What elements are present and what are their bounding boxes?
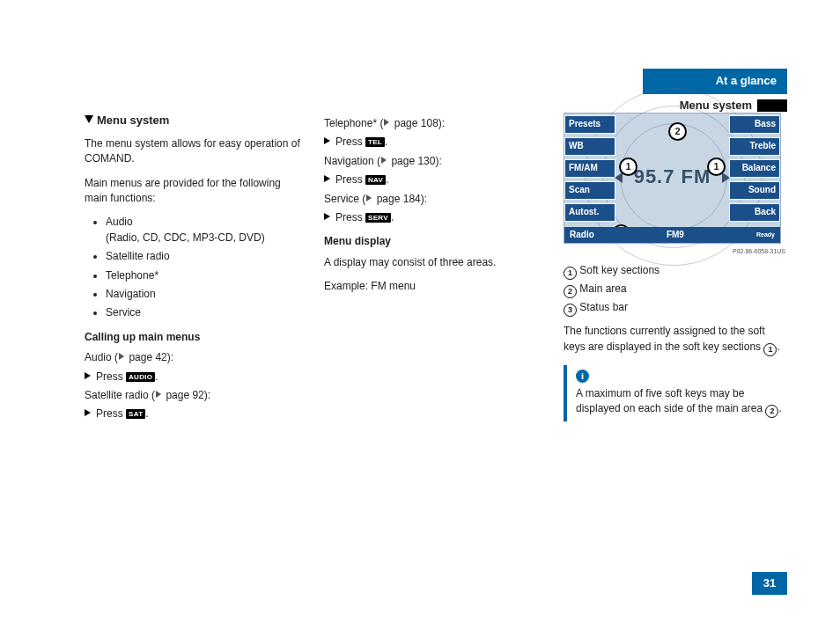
info-box: i A maximum of five soft keys may be dis… (564, 365, 785, 421)
bullet-icon (324, 175, 330, 182)
call-line: Telephone* ( page 108): (324, 116, 541, 131)
column-2: Telephone* ( page 108): Press TEL. Navig… (324, 113, 541, 426)
softkey-wb: WB (564, 137, 615, 156)
page-number: 31 (752, 572, 787, 595)
menu-display-text: A display may consist of three areas. (324, 255, 541, 270)
section-title-text: Menu system (97, 114, 169, 127)
call-line: Navigation ( page 130): (324, 154, 541, 169)
keycap-sat: SAT (126, 409, 145, 419)
bullet-icon (85, 372, 91, 379)
list-item: Navigation (106, 287, 301, 302)
bullet-icon (324, 137, 330, 144)
status-left: Radio (570, 229, 594, 242)
subheading-menu-display: Menu display (324, 234, 541, 249)
pageref-icon (381, 157, 387, 164)
keycap-serv: SERV (365, 213, 391, 223)
down-triangle-icon (85, 115, 93, 123)
pageref-icon (384, 119, 389, 126)
press-line: Press NAV. (324, 172, 541, 187)
frequency-value: 95.7 FM (634, 165, 711, 187)
bullet-icon (324, 213, 330, 220)
call-line: Audio ( page 42): (85, 350, 301, 365)
pageref-icon (366, 194, 372, 201)
screen-frequency-row: 95.7 FM (564, 163, 780, 191)
keycap-tel: TEL (365, 137, 385, 147)
press-line: Press SERV. (324, 210, 541, 225)
page-header: At a glance Menu system (643, 69, 787, 114)
callout-2: 2 (668, 122, 687, 141)
column-3: Presets WB FM/AM Scan Autost. Bass Trebl… (564, 113, 785, 426)
press-line: Press SAT. (85, 407, 301, 421)
pageref-icon (119, 353, 124, 360)
callout-1-left: 1 (619, 158, 637, 176)
list-item: Satellite radio (106, 249, 301, 264)
list-item: Service (106, 305, 301, 320)
comand-screen: Presets WB FM/AM Scan Autost. Bass Trebl… (564, 113, 781, 244)
callout-1-right: 1 (707, 158, 726, 176)
chapter-title: At a glance (643, 69, 787, 94)
menu-display-example: Example: FM menu (324, 279, 541, 294)
seek-left-icon (615, 172, 623, 183)
intro-paragraph: The menu system allows for easy operatio… (85, 136, 301, 167)
legend-row: 3 Status bar (564, 300, 785, 317)
image-reference: P82.86-6058-31US (564, 247, 785, 256)
press-line: Press TEL. (324, 135, 541, 150)
section-header-text: Menu system (680, 98, 752, 114)
section-header: Menu system (643, 98, 787, 114)
intro2-paragraph: Main menus are provided for the followin… (85, 176, 301, 207)
content-columns: Menu system The menu system allows for e… (85, 113, 787, 426)
bullet-icon (85, 409, 91, 416)
column-1: Menu system The menu system allows for e… (85, 113, 301, 426)
softkey-back: Back (729, 203, 780, 222)
softkey-autost: Autost. (564, 203, 615, 222)
call-line: Satellite radio ( page 92): (85, 388, 301, 403)
seek-right-icon (722, 172, 730, 183)
softkey-bass: Bass (729, 115, 780, 134)
legend-row: 2 Main area (564, 282, 785, 298)
list-item: Telephone* (106, 268, 301, 283)
softkey-presets: Presets (564, 115, 615, 134)
info-icon: i (576, 370, 589, 383)
legend-paragraph: The functions currently assigned to the … (564, 324, 785, 355)
page: At a glance Menu system Menu system The … (85, 69, 787, 595)
status-right: Ready (756, 231, 775, 239)
audio-subtext: (Radio, CD, CDC, MP3-CD, DVD) (106, 231, 265, 244)
keycap-audio: AUDIO (126, 372, 155, 382)
pageref-icon (156, 391, 161, 398)
screen-legend: 1 Soft key sections 2 Main area 3 Status… (564, 263, 785, 317)
screen-status-bar: Radio FM9 Ready (564, 227, 780, 243)
call-line: Service ( page 184): (324, 192, 541, 207)
list-item: Audio(Radio, CD, CDC, MP3-CD, DVD) (106, 215, 301, 245)
keycap-nav: NAV (365, 175, 386, 185)
softkey-treble: Treble (729, 137, 780, 156)
header-tab-marker (757, 99, 787, 112)
info-text: A maximum of five soft keys may be displ… (576, 386, 785, 418)
press-line: Press AUDIO. (85, 370, 301, 385)
legend-row: 1 Soft key sections (564, 263, 785, 280)
subheading-calling: Calling up main menus (85, 330, 301, 345)
status-mid: FM9 (667, 229, 684, 242)
section-title: Menu system (85, 113, 301, 129)
main-functions-list: Audio(Radio, CD, CDC, MP3-CD, DVD) Satel… (85, 215, 301, 320)
